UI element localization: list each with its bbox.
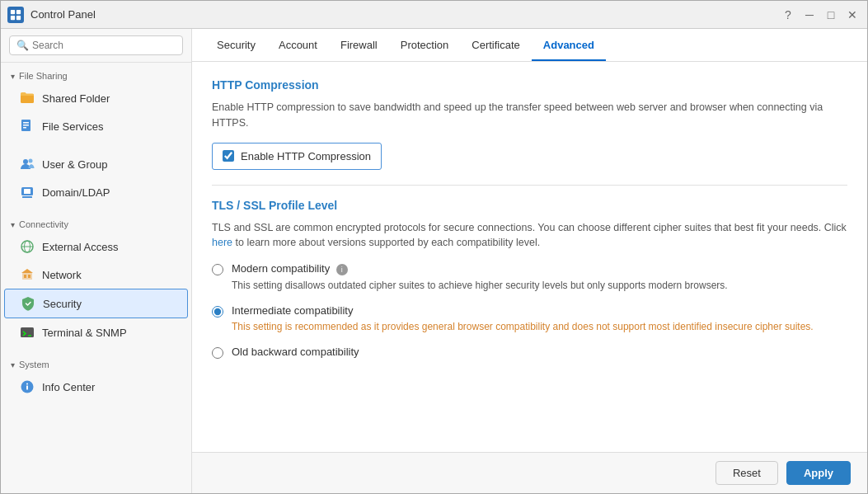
radio-intermediate-desc: This setting is recommended as it provid… (232, 319, 814, 334)
radio-modern-desc: This setting disallows outdated cipher s… (232, 278, 728, 293)
window-title: Control Panel (30, 8, 780, 21)
radio-old-label: Old backward compatibility (232, 346, 359, 358)
section-file-sharing: ▾ File Sharing Shared Folder File Servic… (1, 63, 191, 145)
chevron-down-icon-3: ▾ (11, 360, 15, 369)
radio-item-modern: Modern compatibility i This setting disa… (212, 262, 847, 293)
titlebar: Control Panel ? ─ □ ✕ (1, 1, 867, 29)
main-body: 🔍 ▾ File Sharing Shared Folder (1, 29, 867, 493)
content-footer: Reset Apply (192, 452, 867, 493)
section-header-system[interactable]: ▾ System (1, 356, 191, 373)
sidebar-item-security[interactable]: Security (4, 289, 188, 318)
search-input[interactable] (32, 40, 176, 51)
radio-intermediate-label: Intermediate compatibility (232, 304, 353, 317)
svg-rect-19 (28, 275, 30, 278)
close-button[interactable]: ✕ (844, 7, 861, 23)
svg-rect-13 (22, 196, 32, 198)
help-button[interactable]: ? (780, 7, 796, 23)
minimize-button[interactable]: ─ (801, 7, 818, 23)
sidebar-item-label-network: Network (42, 269, 82, 281)
svg-rect-3 (16, 15, 21, 19)
section-user-group: User & Group Domain/LDAP (1, 145, 191, 211)
tab-protection[interactable]: Protection (389, 31, 461, 61)
terminal-icon (19, 324, 35, 341)
section-label-file-sharing: File Sharing (19, 71, 68, 81)
http-section-description: Enable HTTP compression to save bandwidt… (212, 100, 847, 131)
reset-button[interactable]: Reset (716, 461, 778, 485)
chevron-down-icon-2: ▾ (11, 220, 15, 229)
security-icon (20, 295, 36, 312)
sidebar-item-info-center[interactable]: Info Center (1, 373, 191, 401)
tls-section-description: TLS and SSL are common encrypted protoco… (212, 220, 847, 252)
sidebar-item-label-external-access: External Access (42, 241, 119, 253)
radio-modern[interactable] (212, 264, 223, 275)
tls-desc-part1: TLS and SSL are common encrypted protoco… (212, 222, 847, 233)
search-box: 🔍 (9, 35, 183, 55)
sidebar-item-terminal-snmp[interactable]: Terminal & SNMP (1, 318, 191, 346)
section-header-file-sharing[interactable]: ▾ File Sharing (1, 68, 191, 84)
svg-rect-20 (21, 327, 34, 337)
section-connectivity: ▾ Connectivity External Access Network (1, 211, 191, 351)
external-access-icon (19, 238, 35, 255)
tabs-bar: Security Account Firewall Protection Cer… (192, 29, 867, 62)
tab-certificate[interactable]: Certificate (460, 31, 532, 61)
svg-rect-2 (11, 15, 15, 19)
info-icon-modern[interactable]: i (336, 264, 348, 275)
tab-account[interactable]: Account (267, 31, 329, 61)
main-window: Control Panel ? ─ □ ✕ 🔍 ▾ File Sharing (0, 0, 868, 494)
svg-rect-17 (22, 273, 32, 280)
app-icon (7, 7, 24, 23)
content-area: Security Account Firewall Protection Cer… (192, 29, 867, 493)
domain-icon (19, 184, 35, 200)
svg-rect-24 (26, 386, 28, 390)
tls-here-link[interactable]: here (212, 237, 232, 248)
svg-rect-12 (24, 189, 30, 194)
http-compression-checkbox[interactable] (223, 150, 234, 162)
sidebar-item-user-group[interactable]: User & Group (1, 150, 191, 178)
radio-old[interactable] (212, 347, 223, 359)
maximize-button[interactable]: □ (823, 7, 839, 23)
sidebar-item-shared-folder[interactable]: Shared Folder (1, 84, 191, 112)
svg-rect-8 (23, 127, 26, 129)
section-label-system: System (19, 360, 49, 369)
info-center-icon (19, 379, 35, 395)
search-icon: 🔍 (16, 40, 29, 51)
http-section-title: HTTP Compression (212, 78, 847, 92)
svg-rect-6 (23, 122, 29, 124)
chevron-down-icon: ▾ (11, 72, 15, 81)
content-panel: HTTP Compression Enable HTTP compression… (192, 62, 867, 452)
tab-advanced[interactable]: Advanced (532, 31, 606, 61)
network-icon (19, 266, 35, 283)
http-compression-label: Enable HTTP Compression (241, 150, 371, 162)
svg-point-10 (29, 159, 33, 163)
tls-section-title: TLS / SSL Profile Level (212, 199, 847, 212)
tab-firewall[interactable]: Firewall (329, 31, 389, 61)
sidebar-item-file-services[interactable]: File Services (1, 112, 191, 140)
sidebar-item-network[interactable]: Network (1, 261, 191, 289)
sidebar-item-external-access[interactable]: External Access (1, 233, 191, 261)
section-label-connectivity: Connectivity (19, 219, 68, 229)
svg-point-9 (23, 159, 28, 164)
radio-modern-label: Modern compatibility (232, 262, 330, 275)
section-system: ▾ System Info Center (1, 351, 191, 406)
sidebar-item-label-security: Security (43, 298, 82, 310)
tab-security[interactable]: Security (205, 31, 267, 61)
section-divider (212, 185, 847, 186)
svg-rect-1 (16, 9, 21, 13)
svg-rect-0 (11, 9, 15, 13)
sidebar-item-label-shared-folder: Shared Folder (42, 92, 110, 105)
sidebar-item-domain-ldap[interactable]: Domain/LDAP (1, 178, 191, 206)
window-controls: ? ─ □ ✕ (780, 7, 861, 23)
radio-item-intermediate: Intermediate compatibility This setting … (212, 304, 847, 334)
file-services-icon (19, 118, 35, 134)
radio-item-old: Old backward compatibility (212, 346, 847, 359)
sidebar-item-label-info-center: Info Center (42, 381, 95, 393)
http-compression-checkbox-row[interactable]: Enable HTTP Compression (212, 143, 382, 170)
svg-rect-18 (24, 275, 26, 278)
section-header-connectivity[interactable]: ▾ Connectivity (1, 216, 191, 233)
sidebar-item-label-user-group: User & Group (42, 158, 107, 171)
radio-intermediate[interactable] (212, 306, 223, 318)
sidebar-search-area: 🔍 (1, 29, 191, 63)
svg-point-23 (26, 383, 28, 385)
apply-button[interactable]: Apply (786, 461, 851, 485)
http-compression-section: HTTP Compression Enable HTTP compression… (212, 78, 847, 170)
